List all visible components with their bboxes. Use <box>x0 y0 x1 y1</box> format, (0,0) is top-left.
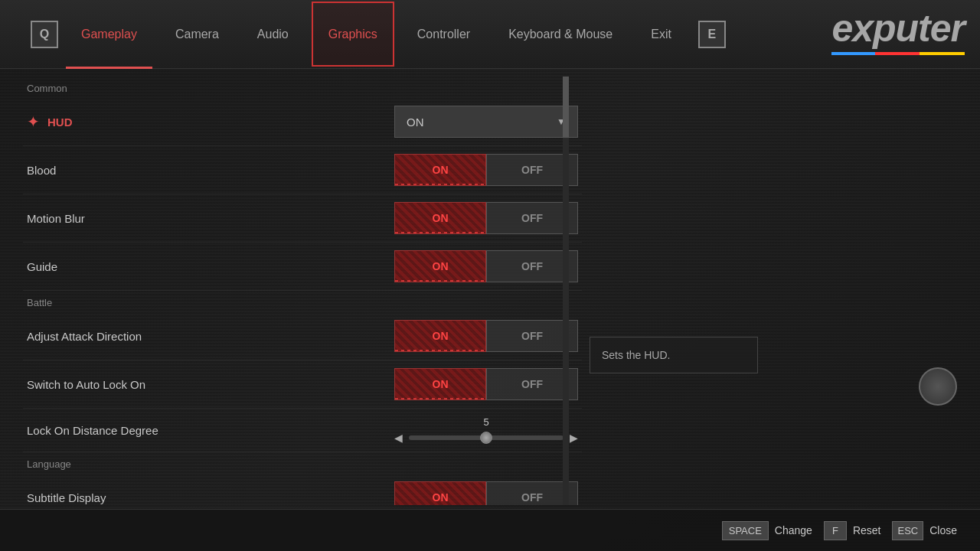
slider-thumb[interactable] <box>480 432 492 444</box>
bottom-bar: SPACE Change F Reset ESC Close <box>0 509 980 551</box>
nav-item-audio[interactable]: Audio <box>242 0 304 69</box>
hud-icon: ✦ <box>27 112 40 131</box>
adjust-attack-label: Adjust Attack Direction <box>27 330 142 343</box>
blood-toggle[interactable]: ON OFF <box>394 154 578 186</box>
scroll-thumb[interactable] <box>563 77 569 138</box>
auto-lock-on-button[interactable]: ON <box>394 368 486 400</box>
auto-lock-toggle[interactable]: ON OFF <box>394 368 578 400</box>
guide-on-button[interactable]: ON <box>394 250 486 282</box>
nav-item-gameplay[interactable]: Gameplay <box>66 0 152 69</box>
reset-button[interactable]: F Reset <box>824 521 881 540</box>
scroll-track <box>563 77 569 505</box>
guide-toggle[interactable]: ON OFF <box>394 250 578 282</box>
auto-lock-setting-row: Switch to Auto Lock On ON OFF <box>23 360 582 409</box>
hud-label: HUD <box>47 116 73 129</box>
nav-item-keyboard[interactable]: Keyboard & Mouse <box>493 0 628 69</box>
slider-right-arrow[interactable]: ▶ <box>570 432 578 444</box>
hud-dropdown[interactable]: ON ▼ <box>394 106 578 138</box>
space-key: SPACE <box>722 521 769 540</box>
lock-distance-slider[interactable]: 5 ◀ ▶ <box>394 416 578 444</box>
motion-blur-label: Motion Blur <box>27 212 85 225</box>
close-button[interactable]: ESC Close <box>892 521 957 540</box>
esc-key: ESC <box>892 521 923 540</box>
battle-section-label: Battle <box>27 297 582 308</box>
change-button[interactable]: SPACE Change <box>722 521 812 540</box>
info-panel: Sets the HUD. <box>590 337 758 373</box>
nav-item-camera[interactable]: Camera <box>160 0 234 69</box>
nav-item-exit[interactable]: Exit <box>635 0 687 69</box>
auto-lock-label: Switch to Auto Lock On <box>27 378 145 391</box>
motion-blur-setting-row: Motion Blur ON OFF <box>23 194 582 243</box>
slider-left-arrow[interactable]: ◀ <box>394 432 403 444</box>
motion-blur-toggle[interactable]: ON OFF <box>394 202 578 234</box>
circle-button[interactable] <box>919 367 957 406</box>
q-key-button[interactable]: Q <box>31 21 58 48</box>
navigation-bar: Q Gameplay Camera Audio Graphics Control… <box>0 0 980 69</box>
motion-blur-on-button[interactable]: ON <box>394 202 486 234</box>
lock-distance-label: Lock On Distance Degree <box>27 424 158 437</box>
guide-setting-row: Guide ON OFF <box>23 243 582 291</box>
language-section-label: Language <box>27 458 582 470</box>
slider-row: ◀ ▶ <box>394 432 578 444</box>
reset-label: Reset <box>853 524 881 536</box>
lock-distance-setting-row: Lock On Distance Degree 5 ◀ ▶ <box>23 409 582 452</box>
blood-label: Blood <box>27 164 56 177</box>
hud-label-group: ✦ HUD <box>27 112 73 131</box>
brand-logo: exputer <box>831 6 965 55</box>
adjust-attack-toggle[interactable]: ON OFF <box>394 320 578 352</box>
nav-item-graphics[interactable]: Graphics <box>312 2 394 67</box>
subtitle-toggle[interactable]: ON OFF <box>394 481 578 505</box>
change-label: Change <box>775 524 812 536</box>
blood-setting-row: Blood ON OFF <box>23 146 582 194</box>
slider-value: 5 <box>483 416 488 428</box>
hud-setting-row: ✦ HUD ON ▼ <box>23 98 582 146</box>
subtitle-setting-row: Subtitle Display ON OFF <box>23 474 582 505</box>
f-key: F <box>824 521 847 540</box>
subtitle-label: Subtitle Display <box>27 491 106 504</box>
settings-panel: Common ✦ HUD ON ▼ Blood ON OFF Motion Bl… <box>23 77 582 505</box>
guide-label: Guide <box>27 260 57 273</box>
common-section-label: Common <box>27 83 582 94</box>
adjust-attack-setting-row: Adjust Attack Direction ON OFF <box>23 312 582 360</box>
subtitle-on-button[interactable]: ON <box>394 481 486 505</box>
slider-track[interactable] <box>409 435 564 440</box>
adjust-attack-on-button[interactable]: ON <box>394 320 486 352</box>
nav-item-controller[interactable]: Controller <box>402 0 485 69</box>
close-label: Close <box>929 524 957 536</box>
e-key-button[interactable]: E <box>698 21 726 48</box>
blood-on-button[interactable]: ON <box>394 154 486 186</box>
